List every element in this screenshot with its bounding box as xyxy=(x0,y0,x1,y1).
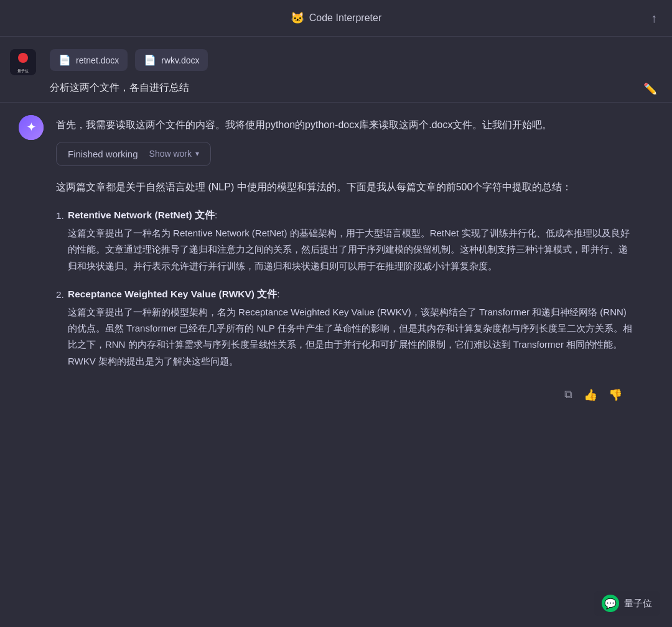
summary-list: 1. Retentive Network (RetNet) 文件: 这篇文章提出… xyxy=(56,207,635,369)
wechat-watermark: 💬 量子位 xyxy=(594,591,660,616)
show-work-button[interactable]: Show work ▾ xyxy=(149,149,199,159)
list-body-1: 这篇文章提出了一种名为 Retentive Network (RetNet) 的… xyxy=(68,225,635,274)
thumbs-up-icon[interactable]: 👍 xyxy=(584,388,597,402)
list-title-1: Retentive Network (RetNet) 文件 xyxy=(68,210,215,220)
file-attachments: 📄 retnet.docx 📄 rwkv.docx xyxy=(50,49,657,71)
svg-point-1 xyxy=(18,53,28,63)
chevron-down-icon: ▾ xyxy=(195,149,199,158)
file-chip-rwkv: 📄 rwkv.docx xyxy=(135,49,208,71)
list-colon-1: : xyxy=(215,210,217,220)
list-body-2: 这篇文章提出了一种新的模型架构，名为 Receptance Weighted K… xyxy=(68,304,635,369)
user-avatar: 量子位 xyxy=(10,49,36,75)
summary-intro: 这两篇文章都是关于自然语言处理 (NLP) 中使用的模型和算法的。下面是我从每篇… xyxy=(56,179,635,195)
edit-icon[interactable]: ✏️ xyxy=(643,82,657,96)
thumbs-down-icon[interactable]: 👎 xyxy=(609,388,622,402)
wechat-label: 量子位 xyxy=(624,598,652,610)
action-bar: ⧉ 👍 👎 xyxy=(564,388,622,402)
header-title-text: Code Interpreter xyxy=(309,12,382,24)
list-item: 1. Retentive Network (RetNet) 文件: 这篇文章提出… xyxy=(56,207,635,274)
header: 🐱 Code Interpreter ↑ xyxy=(0,0,672,36)
ai-response-section: ✦ 首先，我需要读取这两个文件的内容。我将使用python的python-doc… xyxy=(0,103,672,412)
list-title-2: Receptance Weighted Key Value (RWKV) 文件 xyxy=(68,289,277,299)
file-icon-retnet: 📄 xyxy=(58,54,71,66)
finished-working-label: Finished working xyxy=(68,149,138,159)
wechat-icon: 💬 xyxy=(602,595,619,612)
list-colon-2: : xyxy=(277,289,279,299)
copy-icon[interactable]: ⧉ xyxy=(564,388,572,401)
ai-intro-text: 首先，我需要读取这两个文件的内容。我将使用python的python-docx库… xyxy=(56,116,635,133)
svg-text:✦: ✦ xyxy=(26,120,37,134)
file-icon-rwkv: 📄 xyxy=(144,54,156,66)
svg-text:量子位: 量子位 xyxy=(17,69,29,73)
list-number-1: 1. xyxy=(56,207,64,274)
file-name-rwkv: rwkv.docx xyxy=(161,55,199,65)
show-work-label: Show work xyxy=(149,149,192,159)
code-interpreter-icon: 🐱 xyxy=(291,11,304,25)
export-button[interactable]: ↑ xyxy=(651,11,657,26)
list-item: 2. Receptance Weighted Key Value (RWKV) … xyxy=(56,286,635,369)
user-message-content: 📄 retnet.docx 📄 rwkv.docx 分析这两个文件，各自进行总结 xyxy=(15,49,657,96)
file-name-retnet: retnet.docx xyxy=(76,55,119,65)
file-chip-retnet: 📄 retnet.docx xyxy=(50,49,128,71)
user-message-section: 量子位 📄 retnet.docx 📄 rwkv.docx 分析这两个文件，各自… xyxy=(0,37,672,102)
ai-avatar: ✦ xyxy=(19,115,44,140)
list-number-2: 2. xyxy=(56,286,64,369)
user-text: 分析这两个文件，各自进行总结 xyxy=(50,80,657,96)
header-title: 🐱 Code Interpreter xyxy=(291,11,382,25)
finished-working-box[interactable]: Finished working Show work ▾ xyxy=(56,142,211,166)
